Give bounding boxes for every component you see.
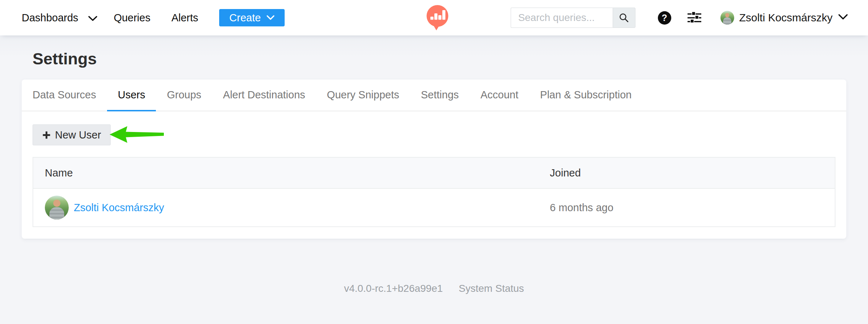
nav-alerts[interactable]: Alerts [171, 12, 198, 24]
tab-plan-subscription[interactable]: Plan & Subscription [529, 80, 642, 111]
system-status-link[interactable]: System Status [459, 283, 524, 294]
version-text: v4.0.0-rc.1+b26a99e1 [344, 283, 443, 294]
tab-groups[interactable]: Groups [156, 80, 212, 111]
create-button[interactable]: Create [219, 9, 285, 26]
chevron-down-icon [88, 12, 97, 24]
table-row: Zsolti Kocsmárszky 6 months ago [33, 188, 835, 227]
user-menu[interactable]: Zsolti Kocsmárszky [720, 11, 848, 25]
footer: v4.0.0-rc.1+b26a99e1System Status [0, 283, 868, 294]
navbar-right-group: ? Zsolti Kocsmárszky [511, 8, 848, 28]
redash-logo-icon[interactable] [425, 5, 450, 31]
nav-dashboards[interactable]: Dashboards [22, 12, 97, 24]
tab-users[interactable]: Users [107, 80, 156, 111]
search-button[interactable] [613, 8, 635, 28]
help-button[interactable]: ? [658, 11, 671, 25]
nav-dashboards-label: Dashboards [22, 12, 78, 24]
tab-alert-destinations[interactable]: Alert Destinations [212, 80, 316, 111]
user-profile-link[interactable]: Zsolti Kocsmárszky [74, 202, 164, 214]
settings-tabbar: Data Sources Users Groups Alert Destinat… [22, 80, 846, 111]
avatar [45, 196, 69, 219]
tab-query-snippets[interactable]: Query Snippets [316, 80, 410, 111]
annotation-arrow-icon [109, 124, 165, 146]
search-icon [619, 13, 629, 23]
search-group [511, 8, 635, 28]
user-name: Zsolti Kocsmárszky [739, 12, 833, 24]
nav-queries[interactable]: Queries [114, 12, 150, 24]
main-content: Settings Data Sources Users Groups Alert… [0, 35, 868, 324]
question-mark-icon: ? [661, 13, 667, 23]
sliders-icon [687, 11, 702, 25]
new-user-button[interactable]: New User [33, 124, 111, 145]
column-header-joined: Joined [538, 157, 835, 188]
plus-icon [42, 131, 51, 139]
joined-value: 6 months ago [550, 202, 613, 213]
tab-data-sources[interactable]: Data Sources [22, 80, 107, 111]
tab-settings[interactable]: Settings [410, 80, 470, 111]
users-panel: New User Name Joined [22, 111, 846, 239]
table-header-row: Name Joined [33, 157, 835, 188]
chevron-down-icon [838, 14, 848, 21]
avatar [720, 11, 734, 25]
users-table: Name Joined Zsolti Kocsmárszky 6 months … [33, 157, 835, 227]
admin-sliders-button[interactable] [687, 11, 702, 25]
chevron-down-icon [267, 15, 275, 20]
page-title: Settings [0, 35, 868, 69]
top-navbar: Dashboards Queries Alerts Create [0, 0, 868, 35]
search-input[interactable] [511, 8, 613, 28]
settings-card: Data Sources Users Groups Alert Destinat… [22, 80, 846, 239]
tab-account[interactable]: Account [470, 80, 529, 111]
column-header-name: Name [33, 157, 538, 188]
